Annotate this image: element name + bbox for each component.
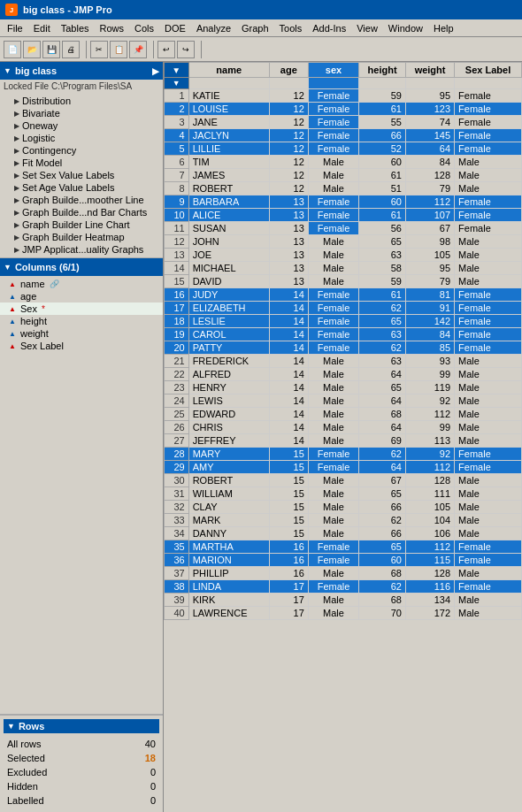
table-row[interactable]: 2LOUISE12Female61123Female bbox=[165, 103, 522, 116]
table-row[interactable]: 37PHILLIP16Male68128Male bbox=[165, 567, 522, 580]
filter-arrow[interactable]: ▼ bbox=[165, 78, 189, 89]
table-row[interactable]: 10ALICE13Female61107Female bbox=[165, 209, 522, 222]
rows-header[interactable]: ▼ Rows bbox=[4, 719, 159, 733]
panel-arrow-right[interactable]: ▶ bbox=[152, 66, 159, 76]
paste-btn[interactable]: 📌 bbox=[129, 41, 147, 58]
table-row[interactable]: 27JEFFREY14Male69113Male bbox=[165, 434, 522, 448]
tree-item-logistic[interactable]: ▶ Logistic bbox=[0, 132, 163, 144]
table-row[interactable]: 33MARK15Male62104Male bbox=[165, 514, 522, 527]
table-row[interactable]: 5LILLIE12Female5264Female bbox=[165, 142, 522, 156]
table-row[interactable]: 25EDWARD14Male68112Male bbox=[165, 408, 522, 421]
panel-triangle[interactable]: ▼ bbox=[4, 66, 12, 75]
menu-item-window[interactable]: Window bbox=[383, 21, 428, 35]
table-row[interactable]: 15DAVID13Male5979Male bbox=[165, 275, 522, 288]
row-num-cell: 11 bbox=[165, 222, 189, 235]
tree-item-smoother[interactable]: ▶ Graph Builde...moother Line bbox=[0, 194, 163, 206]
table-row[interactable]: 36MARION16Female60115Female bbox=[165, 554, 522, 567]
table-row[interactable]: 40LAWRENCE17Male70172Male bbox=[165, 607, 522, 620]
header-age[interactable]: age bbox=[269, 63, 308, 78]
col-sexlabel[interactable]: ▲ Sex Label bbox=[0, 340, 163, 352]
tree-item-setage[interactable]: ▶ Set Age Value Labels bbox=[0, 181, 163, 194]
table-row[interactable]: 38LINDA17Female62116Female bbox=[165, 580, 522, 594]
data-table-container[interactable]: ▼ name age sex height weight Sex Label ▼ bbox=[164, 62, 522, 812]
table-row[interactable]: 35MARTHA16Female65112Female bbox=[165, 540, 522, 554]
table-row[interactable]: 31WILLIAM15Male65111Male bbox=[165, 487, 522, 501]
undo-btn[interactable]: ↩ bbox=[157, 41, 175, 58]
redo-btn[interactable]: ↪ bbox=[177, 41, 195, 58]
table-row[interactable]: 20PATTY14Female6285Female bbox=[165, 341, 522, 355]
menu-item-analyze[interactable]: Analyze bbox=[191, 21, 236, 35]
columns-header[interactable]: ▼ Columns (6/1) bbox=[0, 258, 163, 276]
table-row[interactable]: 17ELIZABETH14Female6291Female bbox=[165, 302, 522, 315]
menu-item-rows[interactable]: Rows bbox=[95, 21, 130, 35]
table-row[interactable]: 32CLAY15Male66105Male bbox=[165, 501, 522, 514]
table-row[interactable]: 18LESLIE14Female65142Female bbox=[165, 315, 522, 328]
menu-item-cols[interactable]: Cols bbox=[129, 21, 159, 35]
tree-item-distribution[interactable]: ▶ Distribution bbox=[0, 95, 163, 107]
panel-header[interactable]: ▼ big class ▶ bbox=[0, 62, 163, 80]
table-row[interactable]: 9BARBARA13Female60112Female bbox=[165, 195, 522, 209]
table-row[interactable]: 30ROBERT15Male67128Male bbox=[165, 474, 522, 487]
table-row[interactable]: 21FREDERICK14Male6393Male bbox=[165, 355, 522, 368]
table-row[interactable]: 6TIM12Male6084Male bbox=[165, 156, 522, 169]
tree-item-bar[interactable]: ▶ Graph Builde...nd Bar Charts bbox=[0, 206, 163, 218]
menu-item-help[interactable]: Help bbox=[428, 21, 459, 35]
table-row[interactable]: 12JOHN13Male6598Male bbox=[165, 235, 522, 249]
copy-btn[interactable]: 📋 bbox=[110, 41, 127, 58]
open-btn[interactable]: 📂 bbox=[23, 41, 41, 58]
col-weight[interactable]: ▲ weight bbox=[0, 327, 163, 340]
table-row[interactable]: 13JOE13Male63105Male bbox=[165, 249, 522, 262]
cols-triangle[interactable]: ▼ bbox=[4, 263, 12, 272]
table-row[interactable]: 1KATIE12Female5995Female bbox=[165, 89, 522, 103]
table-row[interactable]: 22ALFRED14Male6499Male bbox=[165, 368, 522, 381]
tree-item-bivariate[interactable]: ▶ Bivariate bbox=[0, 107, 163, 119]
menu-item-tables[interactable]: Tables bbox=[56, 21, 95, 35]
menu-item-edit[interactable]: Edit bbox=[28, 21, 56, 35]
tree-item-oneway[interactable]: ▶ Oneway bbox=[0, 119, 163, 132]
save-btn[interactable]: 💾 bbox=[42, 41, 60, 58]
table-row[interactable]: 28MARY15Female6292Female bbox=[165, 448, 522, 461]
tree-item-linechart[interactable]: ▶ Graph Builder Line Chart bbox=[0, 218, 163, 231]
header-name[interactable]: name bbox=[188, 63, 269, 78]
header-sexlabel[interactable]: Sex Label bbox=[455, 63, 522, 78]
col-age[interactable]: ▲ age bbox=[0, 290, 163, 303]
col-name[interactable]: ▲ name 🔗 bbox=[0, 278, 163, 290]
print-btn[interactable]: 🖨 bbox=[62, 41, 80, 58]
row-num-cell: 38 bbox=[165, 580, 189, 594]
nav-arrow-header[interactable]: ▼ bbox=[165, 63, 189, 78]
header-height[interactable]: height bbox=[359, 63, 406, 78]
tree-item-setsex[interactable]: ▶ Set Sex Value Labels bbox=[0, 169, 163, 181]
table-row[interactable]: 29AMY15Female64112Female bbox=[165, 461, 522, 474]
row-name-cell: KIRK bbox=[188, 594, 269, 607]
table-row[interactable]: 34DANNY15Male66106Male bbox=[165, 527, 522, 540]
table-row[interactable]: 26CHRIS14Male6499Male bbox=[165, 421, 522, 434]
table-row[interactable]: 39KIRK17Male68134Male bbox=[165, 594, 522, 607]
menu-item-graph[interactable]: Graph bbox=[236, 21, 274, 35]
tree-item-quality[interactable]: ▶ JMP Applicat...uality Graphs bbox=[0, 243, 163, 256]
col-sex[interactable]: ▲ Sex * bbox=[0, 303, 163, 315]
table-row[interactable]: 24LEWIS14Male6492Male bbox=[165, 395, 522, 408]
tree-item-fitmodel[interactable]: ▶ Fit Model bbox=[0, 157, 163, 169]
tree-item-heatmap[interactable]: ▶ Graph Builder Heatmap bbox=[0, 231, 163, 243]
table-row[interactable]: 4JACLYN12Female66145Female bbox=[165, 129, 522, 142]
tree-item-contingency[interactable]: ▶ Contingency bbox=[0, 144, 163, 157]
table-row[interactable]: 8ROBERT12Male5179Male bbox=[165, 182, 522, 195]
table-row[interactable]: 7JAMES12Male61128Male bbox=[165, 169, 522, 182]
table-row[interactable]: 19CAROL14Female6384Female bbox=[165, 328, 522, 341]
menu-item-file[interactable]: File bbox=[2, 21, 28, 35]
table-row[interactable]: 3JANE12Female5574Female bbox=[165, 116, 522, 129]
cut-btn[interactable]: ✂ bbox=[90, 41, 108, 58]
table-row[interactable]: 11SUSAN13Female5667Female bbox=[165, 222, 522, 235]
new-btn[interactable]: 📄 bbox=[4, 41, 21, 58]
menu-item-view[interactable]: View bbox=[351, 21, 383, 35]
table-row[interactable]: 16JUDY14Female6181Female bbox=[165, 288, 522, 302]
rows-triangle[interactable]: ▼ bbox=[7, 722, 15, 731]
header-sex[interactable]: sex bbox=[308, 63, 358, 78]
table-row[interactable]: 23HENRY14Male65119Male bbox=[165, 381, 522, 395]
menu-item-tools[interactable]: Tools bbox=[274, 21, 308, 35]
menu-item-doe[interactable]: DOE bbox=[159, 21, 191, 35]
col-height[interactable]: ▲ height bbox=[0, 315, 163, 327]
header-weight[interactable]: weight bbox=[406, 63, 455, 78]
menu-item-add-ins[interactable]: Add-Ins bbox=[307, 21, 351, 35]
table-row[interactable]: 14MICHAEL13Male5895Male bbox=[165, 262, 522, 275]
